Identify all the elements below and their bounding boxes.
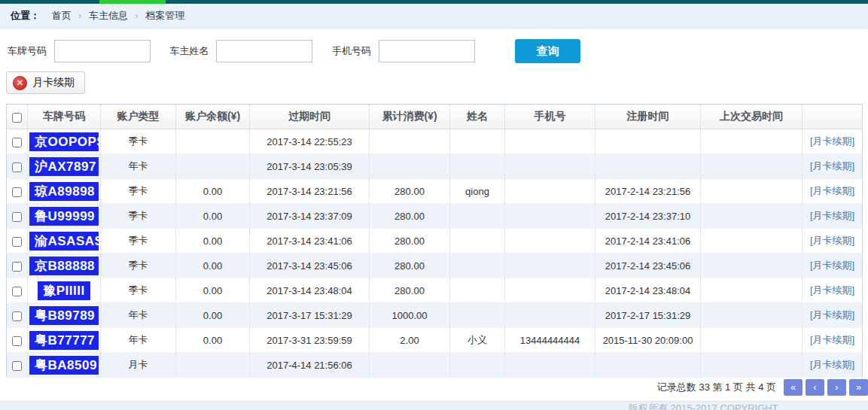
- column-header: 注册时间: [595, 105, 701, 129]
- row-checkbox[interactable]: [12, 212, 22, 222]
- plate-cell: 粤BA8509: [28, 353, 101, 378]
- table-cell: [701, 278, 803, 303]
- table-cell: [701, 254, 803, 278]
- table-cell: [505, 204, 595, 229]
- table-cell: [595, 154, 701, 179]
- table-cell: 0.00: [176, 229, 250, 254]
- red-x-circle-icon: ✕: [13, 76, 27, 90]
- table-cell: 季卡: [101, 229, 176, 254]
- phone-number-label: 手机号码: [332, 45, 371, 56]
- first-page-button[interactable]: «: [784, 379, 803, 396]
- table-cell: [701, 303, 803, 328]
- plate-number-field-group: 车牌号码: [8, 40, 151, 62]
- search-form: 车牌号码 车主姓名 手机号码 查询: [0, 29, 868, 65]
- plate-cell: 豫PIIIII: [28, 278, 101, 303]
- top-nav-bar: [0, 0, 868, 4]
- table-cell: [701, 229, 803, 254]
- row-checkbox[interactable]: [12, 187, 22, 197]
- last-page-button[interactable]: »: [849, 379, 868, 396]
- row-checkbox-cell: [7, 278, 28, 303]
- table-cell: [505, 303, 595, 328]
- table-row: 京OOPOPS季卡2017-3-14 22:55:23[月卡续期]: [7, 129, 863, 154]
- plate-badge: 沪AX7897: [29, 157, 99, 176]
- next-page-button[interactable]: ›: [827, 379, 846, 396]
- table-cell: 0.00: [176, 254, 250, 278]
- table-cell: [701, 204, 803, 229]
- row-checkbox-cell: [7, 328, 28, 353]
- breadcrumb-item-archive: 档案管理: [145, 10, 184, 21]
- renew-link[interactable]: [月卡续期]: [810, 135, 854, 147]
- renew-link[interactable]: [月卡续期]: [810, 309, 854, 320]
- table-cell: 季卡: [101, 278, 176, 303]
- row-checkbox[interactable]: [12, 237, 22, 247]
- renew-link[interactable]: [月卡续期]: [810, 260, 854, 271]
- plate-cell: 粤B89789: [28, 303, 101, 328]
- row-checkbox-cell: [7, 204, 28, 229]
- action-cell: [月卡续期]: [803, 204, 863, 229]
- plate-badge: 京OOPOPS: [29, 132, 99, 151]
- table-row: 鲁U99999季卡0.002017-3-14 23:37:09280.00201…: [7, 204, 863, 229]
- row-checkbox-cell: [7, 353, 28, 378]
- row-checkbox[interactable]: [12, 287, 22, 296]
- owner-name-field-group: 车主姓名: [169, 40, 312, 62]
- action-cell: [月卡续期]: [803, 278, 863, 303]
- plate-badge: 京B88888: [29, 257, 99, 275]
- table-cell: 2017-3-17 15:31:29: [250, 303, 370, 328]
- table-cell: [505, 154, 595, 179]
- table-cell: 280.00: [370, 179, 450, 204]
- plate-cell: 京B88888: [28, 254, 101, 278]
- breadcrumb-item-home[interactable]: 首页: [52, 10, 72, 21]
- table-cell: 2017-3-14 23:45:06: [250, 254, 370, 278]
- renew-link[interactable]: [月卡续期]: [810, 185, 854, 196]
- table-row: 粤BA8509月卡2017-4-14 21:56:06[月卡续期]: [7, 353, 863, 378]
- plate-cell: 粤B77777: [28, 328, 101, 353]
- row-checkbox[interactable]: [12, 138, 22, 147]
- page-footer: 版权所有 2015-2017 COPYRIGHT: [0, 401, 868, 410]
- table-cell: 1000.00: [370, 303, 450, 328]
- renew-link[interactable]: [月卡续期]: [810, 235, 854, 246]
- breadcrumb-item-owner-info[interactable]: 车主信息: [89, 10, 128, 21]
- plate-badge: 粤BA8509: [29, 356, 99, 375]
- owner-name-input[interactable]: [216, 40, 312, 62]
- prev-page-button[interactable]: ‹: [806, 379, 824, 396]
- table-cell: 2017-4-14 21:56:06: [250, 353, 370, 378]
- column-header: 账户类型: [101, 105, 176, 129]
- renew-link[interactable]: [月卡续期]: [810, 284, 854, 296]
- table-row: 沪AX7897年卡2017-3-14 23:05:39[月卡续期]: [7, 154, 863, 179]
- row-checkbox[interactable]: [12, 311, 22, 321]
- renew-link[interactable]: [月卡续期]: [810, 359, 854, 370]
- table-row: 京B88888季卡0.002017-3-14 23:45:06280.00201…: [7, 254, 863, 278]
- owner-name-label: 车主姓名: [169, 45, 209, 56]
- renew-link[interactable]: [月卡续期]: [810, 334, 854, 345]
- table-row: 渝ASASAS季卡0.002017-3-14 23:41:06280.00201…: [7, 229, 863, 254]
- row-checkbox-cell: [7, 254, 28, 278]
- row-checkbox[interactable]: [12, 162, 22, 172]
- table-cell: 2017-3-14 23:41:06: [250, 229, 370, 254]
- row-checkbox[interactable]: [12, 361, 22, 371]
- column-header: 手机号: [505, 105, 595, 129]
- table-cell: 2.00: [370, 328, 450, 353]
- table-cell: 0.00: [176, 303, 250, 328]
- row-checkbox-cell: [7, 229, 28, 254]
- column-header: 账户余额(¥): [176, 105, 250, 129]
- row-checkbox[interactable]: [12, 336, 22, 346]
- table-cell: [450, 154, 505, 179]
- phone-number-input[interactable]: [379, 40, 475, 62]
- renew-link[interactable]: [月卡续期]: [810, 210, 854, 221]
- table-cell: 0.00: [176, 278, 250, 303]
- plate-number-input[interactable]: [54, 40, 151, 62]
- column-header: 过期时间: [250, 105, 370, 129]
- monthly-card-renew-button[interactable]: ✕ 月卡续期: [6, 71, 85, 94]
- breadcrumb-label: 位置：: [11, 10, 40, 21]
- chevron-right-icon: ›: [78, 11, 81, 21]
- table-cell: [176, 129, 250, 154]
- renew-link[interactable]: [月卡续期]: [810, 160, 854, 172]
- select-all-checkbox[interactable]: [12, 113, 22, 123]
- query-button[interactable]: 查询: [515, 39, 580, 63]
- pagination-summary: 记录总数 33 第 1 页 共 4 页: [657, 381, 776, 393]
- table-cell: 季卡: [101, 179, 176, 204]
- row-checkbox[interactable]: [12, 262, 22, 272]
- monthly-card-renew-label: 月卡续期: [32, 76, 75, 90]
- table-cell: [595, 129, 701, 154]
- table-cell: [450, 278, 505, 303]
